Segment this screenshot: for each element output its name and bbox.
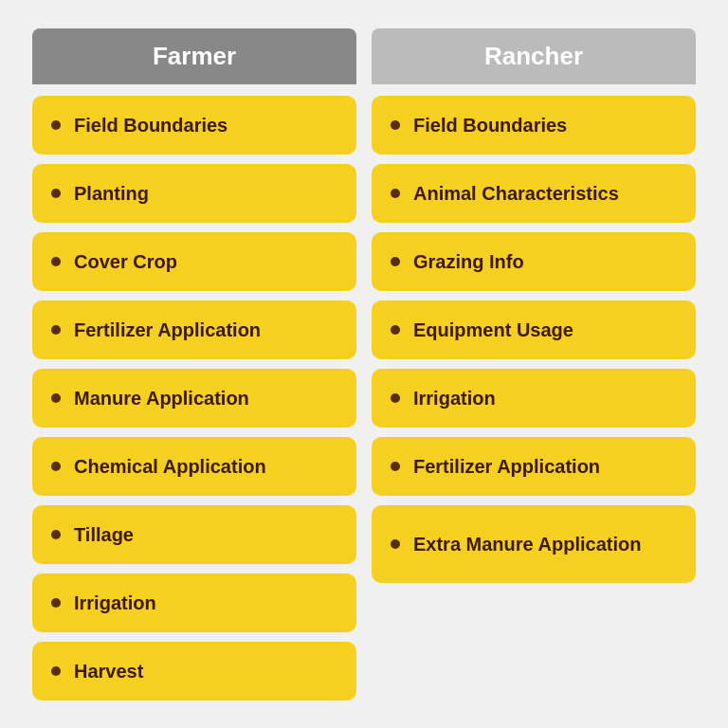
list-item: Grazing Info <box>372 232 696 291</box>
bullet-icon <box>391 120 400 130</box>
main-container: Farmer Field Boundaries Planting Cover C… <box>23 9 705 719</box>
rancher-title: Rancher <box>484 42 583 70</box>
farmer-items-list: Field Boundaries Planting Cover Crop Fer… <box>32 96 356 701</box>
list-item: Irrigation <box>32 573 356 632</box>
rancher-header: Rancher <box>372 28 696 84</box>
list-item: Chemical Application <box>32 437 356 496</box>
item-label: Grazing Info <box>413 249 524 274</box>
list-item: Irrigation <box>372 369 696 428</box>
item-label: Chemical Application <box>74 454 266 479</box>
list-item: Manure Application <box>32 369 356 428</box>
list-item: Extra Manure Application <box>372 505 696 583</box>
bullet-icon <box>51 120 61 130</box>
bullet-icon <box>51 598 61 608</box>
list-item: Equipment Usage <box>372 300 696 359</box>
bullet-icon <box>51 530 61 539</box>
item-label: Tillage <box>74 522 134 547</box>
bullet-icon <box>391 257 400 266</box>
bullet-icon <box>391 325 400 335</box>
bullet-icon <box>51 257 61 266</box>
item-label: Manure Application <box>74 386 249 410</box>
item-label: Harvest <box>74 659 143 683</box>
bullet-icon <box>51 666 61 676</box>
list-item: Fertilizer Application <box>32 300 356 359</box>
list-item: Field Boundaries <box>372 96 696 155</box>
list-item: Harvest <box>32 642 356 701</box>
item-label: Cover Crop <box>74 249 177 274</box>
rancher-items-list: Field Boundaries Animal Characteristics … <box>372 96 696 583</box>
item-label: Irrigation <box>413 386 496 410</box>
bullet-icon <box>391 189 400 198</box>
bullet-icon <box>51 189 61 198</box>
bullet-icon <box>391 462 400 471</box>
item-label: Animal Characteristics <box>413 181 619 206</box>
item-label: Field Boundaries <box>74 113 228 137</box>
list-item: Fertilizer Application <box>372 437 696 496</box>
bullet-icon <box>51 325 61 335</box>
farmer-column: Farmer Field Boundaries Planting Cover C… <box>32 28 356 701</box>
list-item: Animal Characteristics <box>372 164 696 223</box>
item-label: Irrigation <box>74 591 156 615</box>
item-label: Equipment Usage <box>413 318 573 342</box>
bullet-icon <box>391 539 400 549</box>
bullet-icon <box>51 462 61 471</box>
list-item: Field Boundaries <box>32 96 356 155</box>
columns-wrapper: Farmer Field Boundaries Planting Cover C… <box>32 28 696 701</box>
farmer-title: Farmer <box>153 42 236 70</box>
list-item: Tillage <box>32 505 356 564</box>
list-item: Planting <box>32 164 356 223</box>
bullet-icon <box>51 393 61 403</box>
item-label: Field Boundaries <box>413 113 567 137</box>
rancher-column: Rancher Field Boundaries Animal Characte… <box>372 28 696 701</box>
item-label: Extra Manure Application <box>413 532 641 556</box>
item-label: Fertilizer Application <box>413 454 600 479</box>
item-label: Fertilizer Application <box>74 318 261 342</box>
item-label: Planting <box>74 181 149 206</box>
list-item: Cover Crop <box>32 232 356 291</box>
farmer-header: Farmer <box>32 28 356 84</box>
bullet-icon <box>391 393 400 403</box>
